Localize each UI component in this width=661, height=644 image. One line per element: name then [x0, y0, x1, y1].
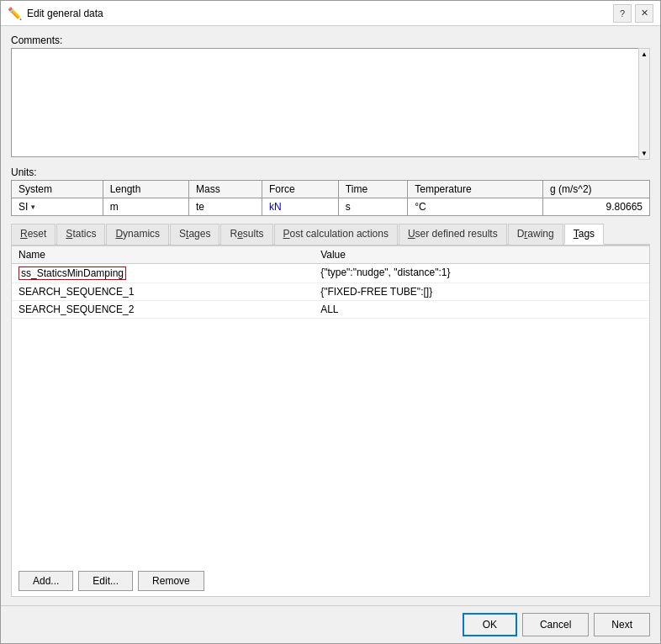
- col-header-temperature: Temperature: [408, 181, 543, 198]
- tag-value-cell-2: {"FIXED-FREE TUBE":[]}: [314, 283, 649, 301]
- next-button[interactable]: Next: [594, 613, 650, 636]
- col-header-gravity: g (m/s^2): [542, 181, 649, 198]
- unit-temperature-cell: °C: [408, 198, 543, 216]
- comments-label: Comments:: [11, 34, 650, 46]
- tabs-section: Reset Statics Dynamics Stages Results Po…: [11, 223, 650, 597]
- edit-general-data-dialog: ✏️ Edit general data ? ✕ Comments: ▲ ▼ U…: [0, 0, 661, 644]
- tags-table-container: Name Value ss_StaticsMinDamping {"type":…: [12, 246, 649, 566]
- tab-results[interactable]: Results: [220, 224, 272, 245]
- tag-value-cell-1: {"type":"nudge", "distance":1}: [314, 264, 649, 283]
- unit-time-cell: s: [338, 198, 407, 216]
- edit-button[interactable]: Edit...: [78, 571, 133, 591]
- unit-system-cell[interactable]: SI ▼: [12, 198, 103, 216]
- help-button[interactable]: ?: [613, 4, 632, 23]
- unit-system-value: SI: [19, 201, 28, 213]
- tag-name-outlined-1: ss_StaticsMinDamping: [19, 267, 126, 280]
- dialog-footer: OK Cancel Next: [1, 605, 660, 643]
- tab-content-tags: Name Value ss_StaticsMinDamping {"type":…: [11, 245, 650, 597]
- dialog-title: Edit general data: [27, 8, 103, 19]
- tab-reset[interactable]: Reset: [11, 224, 56, 245]
- dialog-body: Comments: ▲ ▼ Units: System Length Mass …: [1, 26, 660, 605]
- title-bar: ✏️ Edit general data ? ✕: [1, 1, 660, 26]
- col-header-length: Length: [103, 181, 188, 198]
- units-section: Units: System Length Mass Force Time Tem…: [11, 166, 650, 216]
- title-bar-buttons: ? ✕: [613, 4, 653, 23]
- tags-data-table: Name Value ss_StaticsMinDamping {"type":…: [12, 246, 649, 319]
- tag-name-cell-2: SEARCH_SEQUENCE_1: [12, 283, 314, 301]
- tab-post-calculation[interactable]: Post calculation actions: [274, 224, 398, 245]
- tags-actions: Add... Edit... Remove: [12, 566, 649, 596]
- table-row[interactable]: SEARCH_SEQUENCE_2 ALL: [12, 301, 649, 319]
- tags-col-value: Value: [314, 246, 649, 264]
- tag-name-cell-1: ss_StaticsMinDamping: [12, 264, 314, 283]
- unit-gravity-cell: 9.80665: [542, 198, 649, 216]
- comments-wrapper: ▲ ▼: [11, 48, 650, 160]
- scroll-up-arrow[interactable]: ▲: [639, 49, 649, 60]
- unit-mass-cell: te: [188, 198, 262, 216]
- tab-tags[interactable]: Tags: [564, 224, 604, 245]
- col-header-system: System: [12, 181, 103, 198]
- tab-statics[interactable]: Statics: [56, 224, 105, 245]
- close-button[interactable]: ✕: [635, 4, 653, 23]
- dialog-icon: ✏️: [8, 7, 22, 20]
- scroll-down-arrow[interactable]: ▼: [639, 148, 649, 159]
- system-dropdown-arrow: ▼: [29, 203, 36, 211]
- table-row[interactable]: SEARCH_SEQUENCE_1 {"FIXED-FREE TUBE":[]}: [12, 283, 649, 301]
- tag-name-cell-3: SEARCH_SEQUENCE_2: [12, 301, 314, 319]
- comments-textarea[interactable]: [11, 48, 650, 157]
- title-bar-left: ✏️ Edit general data: [8, 7, 103, 20]
- tab-user-defined[interactable]: User defined results: [399, 224, 507, 245]
- ok-button[interactable]: OK: [463, 613, 517, 636]
- tab-dynamics[interactable]: Dynamics: [106, 224, 169, 245]
- comments-section: Comments: ▲ ▼: [11, 34, 650, 160]
- tags-col-name: Name: [12, 246, 314, 264]
- table-row[interactable]: ss_StaticsMinDamping {"type":"nudge", "d…: [12, 264, 649, 283]
- comments-scrollbar: ▲ ▼: [638, 48, 650, 160]
- tag-value-cell-3: ALL: [314, 301, 649, 319]
- unit-length-cell: m: [103, 198, 188, 216]
- cancel-button[interactable]: Cancel: [522, 613, 589, 636]
- col-header-mass: Mass: [188, 181, 262, 198]
- col-header-time: Time: [338, 181, 407, 198]
- units-table: System Length Mass Force Time Temperatur…: [11, 180, 650, 216]
- tab-drawing[interactable]: Drawing: [508, 224, 563, 245]
- remove-button[interactable]: Remove: [138, 571, 204, 591]
- col-header-force: Force: [262, 181, 338, 198]
- tab-bar: Reset Statics Dynamics Stages Results Po…: [11, 223, 650, 245]
- units-label: Units:: [11, 166, 650, 178]
- tab-stages[interactable]: Stages: [170, 224, 219, 245]
- add-button[interactable]: Add...: [19, 571, 73, 591]
- unit-force-cell: kN: [262, 198, 338, 216]
